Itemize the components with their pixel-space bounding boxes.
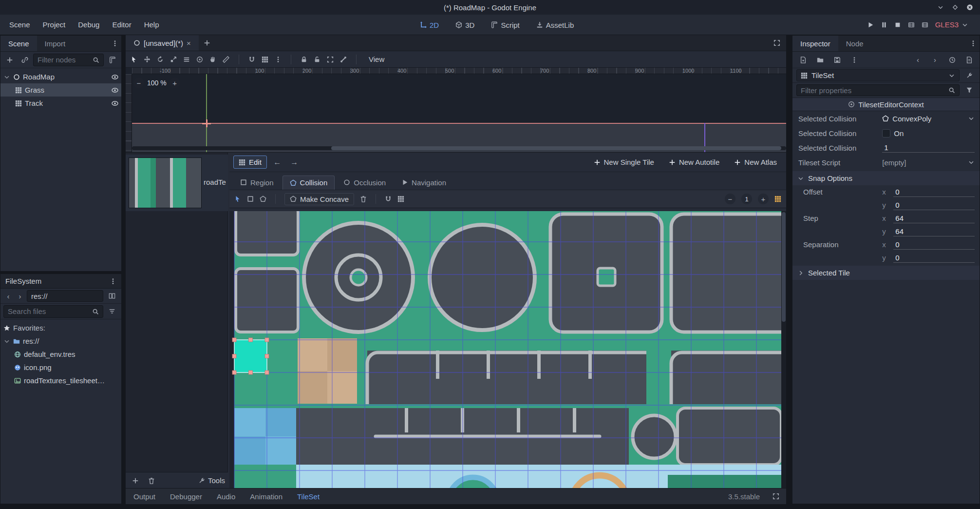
filter-nodes-input[interactable]: Filter nodes [33, 54, 104, 66]
add-texture-button[interactable] [129, 474, 142, 487]
play-scene-icon[interactable] [908, 21, 915, 28]
attach-script-button[interactable] [106, 54, 119, 66]
keep-polygon-snap-icon[interactable] [385, 196, 392, 202]
dock-menu-icon[interactable] [109, 36, 121, 51]
offset-y-field[interactable]: 0 [893, 200, 975, 210]
window-minimize-icon[interactable] [937, 4, 944, 11]
search-files-input[interactable]: Search files [3, 305, 103, 318]
pause-button[interactable] [881, 21, 887, 28]
pan-tool-icon[interactable] [209, 56, 216, 63]
history-forward-button[interactable]: › [15, 290, 25, 302]
bottom-tab-audio[interactable]: Audio [216, 492, 236, 501]
tileset-zoom-out-button[interactable]: − [725, 194, 735, 204]
bottom-tab-tileset[interactable]: TileSet [296, 492, 320, 501]
tree-row-track[interactable]: Track [0, 97, 121, 110]
new-autotile-button[interactable]: New Autotile [663, 156, 725, 169]
one-way-checkbox[interactable] [882, 129, 890, 137]
history-back-button[interactable]: ‹ [911, 54, 924, 66]
menu-help[interactable]: Help [138, 17, 166, 33]
file-row-tilesheet[interactable]: roadTextures_tilesheet@2. [0, 374, 121, 387]
separation-y-field[interactable]: 0 [893, 253, 975, 263]
show-grid-snap-icon[interactable] [397, 196, 404, 202]
canvas-viewport[interactable]: -100 100 200 300 400 500 600 700 800 900… [126, 68, 786, 152]
tileset-canvas[interactable] [229, 211, 786, 489]
dock-menu-icon[interactable] [110, 278, 116, 285]
visibility-eye-icon[interactable] [112, 74, 118, 80]
renderer-select[interactable]: GLES3 [935, 20, 968, 29]
favorites-row[interactable]: Favorites: [0, 321, 121, 334]
zoom-in-button[interactable]: + [170, 78, 180, 88]
pivot-tool-icon[interactable] [196, 56, 203, 63]
convexpoly-dropdown[interactable]: ConvexPoly [882, 115, 980, 123]
snap-toggle-icon[interactable] [774, 196, 781, 202]
history-forward-button[interactable]: › [928, 54, 942, 66]
remove-texture-button[interactable] [145, 474, 158, 487]
play-button[interactable] [867, 21, 874, 28]
rotate-tool-icon[interactable] [157, 56, 164, 63]
select-tool-icon[interactable] [131, 56, 137, 63]
lock-object-icon[interactable] [301, 56, 307, 63]
snap-options-section[interactable]: Snap Options [792, 171, 980, 185]
menu-debug[interactable]: Debug [72, 17, 106, 33]
property-filter-button[interactable] [962, 84, 976, 97]
new-polygon-icon[interactable] [260, 196, 266, 202]
separation-x-field[interactable]: 0 [893, 240, 975, 250]
new-resource-button[interactable] [796, 54, 810, 66]
resource-tools-button[interactable] [962, 69, 976, 82]
offset-x-field[interactable]: 0 [893, 187, 975, 197]
tileset-zoom-reset-button[interactable]: 1 [741, 194, 752, 204]
grid-snap-icon[interactable] [262, 56, 268, 63]
group-object-icon[interactable] [327, 56, 334, 63]
ruler-tool-icon[interactable] [223, 56, 229, 63]
sort-files-button[interactable] [105, 305, 118, 318]
zoom-level[interactable]: 100 % [147, 79, 167, 87]
scale-tool-icon[interactable] [170, 56, 177, 63]
edit-mode-button[interactable]: Edit [233, 156, 267, 169]
workspace-3d-button[interactable]: 3D [450, 21, 480, 29]
list-select-tool-icon[interactable] [183, 56, 190, 63]
next-texture-button[interactable]: → [288, 156, 301, 169]
history-back-button[interactable]: ‹ [3, 290, 13, 302]
edited-resource-dropdown[interactable]: TileSet [796, 69, 960, 81]
menu-editor[interactable]: Editor [106, 17, 137, 33]
unlock-object-icon[interactable] [314, 56, 320, 63]
filter-properties-input[interactable]: Filter properties [796, 84, 960, 96]
make-concave-button[interactable]: Make Concave [284, 193, 354, 205]
view-menu-button[interactable]: View [366, 55, 387, 63]
tab-scene[interactable]: Scene [0, 36, 37, 51]
play-custom-scene-icon[interactable] [922, 21, 928, 28]
tab-occlusion[interactable]: Occlusion [337, 176, 393, 190]
tree-row-grass[interactable]: Grass [0, 83, 121, 97]
expander-down-icon[interactable] [3, 74, 10, 80]
tools-menu-button[interactable]: Tools [198, 476, 225, 485]
new-atlas-button[interactable]: New Atlas [729, 156, 782, 169]
tab-collision[interactable]: Collision [283, 176, 335, 190]
menu-scene[interactable]: Scene [3, 17, 37, 33]
tab-navigation[interactable]: Navigation [395, 176, 453, 190]
smart-snap-icon[interactable] [248, 56, 255, 63]
new-scene-tab-button[interactable] [201, 37, 214, 49]
bottom-tab-debugger[interactable]: Debugger [169, 492, 203, 501]
menu-project[interactable]: Project [37, 17, 72, 33]
history-list-button[interactable] [945, 54, 959, 66]
save-resource-button[interactable] [830, 54, 844, 66]
tileset-zoom-in-button[interactable]: + [758, 194, 769, 204]
bottom-tab-animation[interactable]: Animation [249, 492, 283, 501]
prev-texture-button[interactable]: ← [271, 156, 284, 169]
new-single-tile-button[interactable]: New Single Tile [588, 156, 660, 169]
selected-tile-section[interactable]: Selected Tile [792, 266, 980, 280]
step-y-field[interactable]: 64 [893, 227, 975, 236]
instance-scene-button[interactable] [18, 54, 31, 66]
visibility-eye-icon[interactable] [112, 100, 118, 107]
path-breadcrumb[interactable]: res:// [27, 290, 103, 302]
delete-polygon-icon[interactable] [360, 196, 367, 202]
move-tool-icon[interactable] [144, 56, 151, 63]
file-row-icon-png[interactable]: icon.png [0, 361, 121, 374]
texture-list-item[interactable]: roadTe [126, 155, 228, 211]
tab-node[interactable]: Node [838, 36, 871, 51]
skeleton-options-icon[interactable] [340, 56, 347, 63]
script-dropdown[interactable]: [empty] [882, 158, 980, 167]
distraction-free-button[interactable] [770, 37, 783, 49]
snap-options-icon[interactable] [275, 56, 282, 63]
viewport-h-scrollbar[interactable] [132, 146, 786, 150]
